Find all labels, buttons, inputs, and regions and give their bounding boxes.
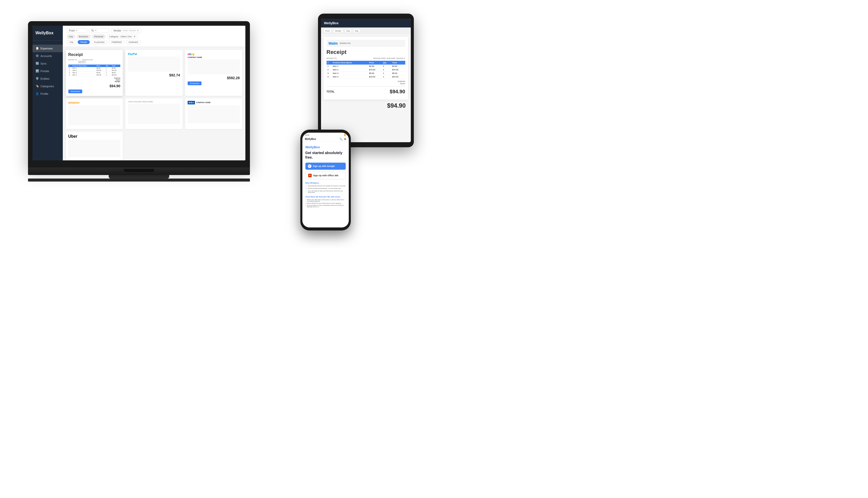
google-signup-button[interactable]: G Sign up with Google (305, 163, 346, 170)
ikea-content (188, 105, 240, 123)
to-clear[interactable]: ✕ (95, 29, 97, 32)
phone-trust-1: • Share your data with a third party or … (305, 199, 346, 202)
phone-signal: 📶 (344, 134, 346, 136)
generic-tagline: YOUR TAGLINE SPACE HERE (128, 101, 180, 103)
menu-icon[interactable]: ☰ (344, 138, 346, 141)
status-published[interactable]: Published (109, 40, 124, 44)
laptop-base (28, 168, 250, 175)
phone: 10:10 📶 WellyBox 🔍 ☰ WellyBox Get starte… (300, 130, 351, 231)
status-inprocess[interactable]: In process (91, 40, 107, 44)
sidebar-item-portals[interactable]: 📊 Portals (32, 67, 63, 75)
uber-brand: Uber (68, 134, 120, 139)
tablet-any-input[interactable]: Any (345, 29, 352, 33)
sidebar-item-entities[interactable]: 🛡️ Entities (32, 75, 63, 82)
sidebar-item-label-entities: Entities (41, 77, 50, 80)
laptop: WellyBox 📋 Expenses ⚙️ Accounts 🔄 Sync (28, 21, 250, 228)
ebay-download[interactable]: Download (188, 81, 202, 85)
sidebar-item-accounts[interactable]: ⚙️ Accounts (32, 52, 63, 60)
amazon-content (68, 105, 120, 126)
tablet-invoice-dates: INVOICE DATE DUE DATE INVOICE # (373, 57, 405, 59)
tablet-total-value: $94.90 (390, 89, 405, 94)
phone-feature-text-3: Sync all expense data and documents wher… (308, 190, 346, 193)
phone-body: 10:10 📶 WellyBox 🔍 ☰ WellyBox Get starte… (300, 130, 351, 231)
tablet-big-total: $94.90 (324, 102, 408, 109)
sidebar-item-sync[interactable]: 🔄 Sync (32, 60, 63, 67)
col-total: Total (391, 61, 405, 65)
vendor-clear[interactable]: ✕ (137, 29, 139, 32)
walmart-sub: BRAND INC (340, 42, 351, 44)
sidebar-item-categories[interactable]: 🏷️ Categories (32, 82, 63, 90)
tablet-invoice-meta: INVOICE TO: INVOICE DATE DUE DATE INVOIC… (327, 57, 405, 59)
laptop-foot (28, 179, 250, 182)
check-icon-1: ✓ (305, 185, 307, 187)
sidebar-item-profile[interactable]: 👤 Profile (32, 90, 63, 97)
tag-category[interactable]: Category - Select One - ✕ (107, 35, 138, 39)
sidebar-item-label-portals: Portals (41, 69, 49, 73)
paypal-amount: $92.74 (128, 73, 180, 77)
phone-header-icons: 🔍 ☰ (339, 138, 346, 141)
phone-trust-text-2: Extract data from any emails that you do… (307, 202, 341, 204)
table-row: 4Item 4$15.001$15.00 (327, 75, 405, 78)
laptop-sidebar: WellyBox 📋 Expenses ⚙️ Accounts 🔄 Sync (32, 26, 63, 160)
from-input[interactable]: From ✕ (67, 28, 87, 33)
sync-icon: 🔄 (36, 62, 39, 65)
ebay-brand: ebay (188, 52, 240, 56)
ebay-content (188, 59, 240, 74)
receipt-card-amazon: amazon (66, 99, 123, 129)
receipt-1-invoice-info: INVOICE TO: INVOICE DATE DUE DATE INVOIC… (68, 59, 120, 64)
laptop-body: WellyBox 📋 Expenses ⚙️ Accounts 🔄 Sync (28, 21, 250, 168)
phone-feature-3: ✓ Sync all expense data and documents wh… (305, 190, 346, 193)
tablet-receipt-title: Receipt (327, 49, 405, 55)
phone-trust-3: • Sync any data or have it anywhere othe… (305, 205, 346, 208)
tablet-content-wrapper: WellyBox From Vendor Any Any (321, 19, 411, 142)
from-clear[interactable]: ✕ (76, 29, 78, 32)
to-input[interactable]: To ✕ (89, 28, 109, 33)
laptop-brand: WellyBox (32, 31, 63, 41)
receipt-1-title: Receipt (68, 52, 120, 57)
bullet-2: • (305, 202, 306, 204)
phone-screen: 10:10 📶 WellyBox 🔍 ☰ WellyBox Get starte… (302, 133, 349, 227)
sidebar-item-label-sync: Sync (41, 62, 47, 65)
status-ready[interactable]: Ready (78, 40, 90, 44)
tablet-any2-input[interactable]: Any (353, 29, 360, 33)
generic-content (128, 104, 180, 124)
phone-brand: WellyBox (305, 138, 316, 141)
tablet-total-label: TOTAL (327, 90, 334, 93)
tag-business[interactable]: Business (77, 35, 91, 39)
ikea-brand: IKEA (188, 101, 195, 104)
tablet-from-input[interactable]: From (324, 29, 332, 33)
search-icon[interactable]: 🔍 (339, 138, 342, 141)
vendor-input[interactable]: Vendor Enter Vendor ✕ (111, 28, 142, 33)
ikea-company: COMPANY NAME (196, 102, 211, 103)
filter-row-date: From ✕ To ✕ Vendor Enter Vendor ✕ (67, 28, 241, 33)
tablet-filter-bar: From Vendor Any Any (321, 27, 411, 34)
office-signup-button[interactable]: O Sign Up with Office 365 (305, 172, 346, 179)
receipt-card-uber: Uber (66, 132, 123, 160)
phone-content: WellyBox Get started absolutely free. G … (302, 142, 349, 227)
paypal-content (128, 56, 180, 71)
phone-feature-text-1: Automatically discover all receipts & in… (308, 185, 345, 187)
receipt-1-download[interactable]: Download (68, 90, 82, 93)
sidebar-item-expenses[interactable]: 📋 Expenses (32, 44, 63, 52)
receipt-card-1: Receipt INVOICE TO: INVOICE DATE DUE DAT… (66, 50, 123, 96)
tablet-vendor-input[interactable]: Vendor (333, 29, 343, 33)
tag-personal[interactable]: Personal (92, 35, 106, 39)
type-tags: Any Business Personal Category - Select … (67, 35, 138, 39)
status-any[interactable]: Any (67, 40, 76, 44)
receipt-1-table: #Product DescriptionPriceQtyTotal 1Item … (68, 65, 120, 76)
bullet-3: • (305, 205, 306, 206)
paypal-brand: PayPal (128, 52, 180, 55)
receipt-card-paypal: PayPal $92.74 (125, 50, 183, 96)
walmart-brand: Walm (329, 41, 338, 45)
sidebar-item-label-categories: Categories (41, 85, 54, 88)
ebay-company: COMPANY NAME (188, 56, 240, 58)
check-icon-3: ✓ (305, 190, 307, 192)
receipt-1-subtotal: SubtotalTaxesTOTAL (68, 77, 120, 82)
status-irrelevant[interactable]: Irrelevant (126, 40, 141, 44)
table-row: 1Item 1$9.901$4.90 (327, 65, 405, 68)
laptop-main-content: From ✕ To ✕ Vendor Enter Vendor ✕ (63, 26, 245, 160)
amazon-brand: amazon (68, 101, 120, 104)
sidebar-item-label-expenses: Expenses (41, 47, 53, 50)
tag-any[interactable]: Any (67, 35, 75, 39)
phone-trust-title: Trust Must Be Earned! We will never: (305, 196, 346, 198)
